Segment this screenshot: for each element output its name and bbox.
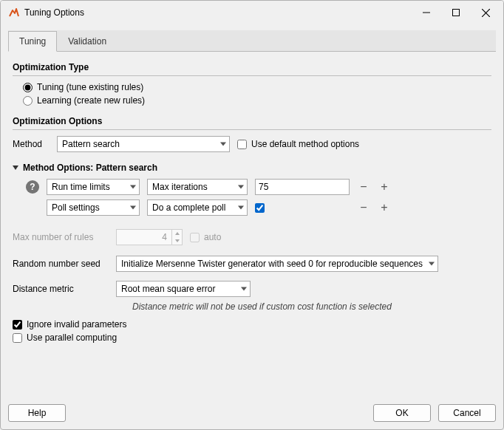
method-options-header-label: Method Options: Pattern search xyxy=(23,163,157,173)
opt-category-select-2[interactable]: Poll settings xyxy=(47,199,140,216)
method-select[interactable]: Pattern search xyxy=(57,136,230,152)
parallel-row[interactable]: Use parallel computing xyxy=(13,332,491,343)
parallel-label: Use parallel computing xyxy=(27,332,117,343)
titlebar: Tuning Options xyxy=(1,1,503,24)
use-default-checkbox[interactable] xyxy=(237,140,247,149)
radio-learning-label: Learning (create new rules) xyxy=(37,95,145,106)
distance-note: Distance metric will not be used if cust… xyxy=(132,301,491,312)
minimize-button[interactable] xyxy=(412,2,441,23)
method-select-value: Pattern search xyxy=(62,139,120,149)
max-rules-spinner: 4 xyxy=(116,229,183,245)
tabstrip: Tuning Validation xyxy=(8,30,496,52)
chevron-down-icon xyxy=(238,206,244,210)
method-label: Method xyxy=(13,139,50,149)
maximize-button[interactable] xyxy=(441,2,471,23)
radio-tuning[interactable] xyxy=(23,83,33,92)
opt-category-select-1[interactable]: Run time limits xyxy=(47,179,140,195)
dialog-footer: Help OK Cancel xyxy=(1,398,503,429)
section-optimization-type: Optimization Type xyxy=(13,62,491,72)
ignore-invalid-checkbox[interactable] xyxy=(13,320,22,330)
radio-learning[interactable] xyxy=(23,96,33,106)
help-button[interactable]: Help xyxy=(8,404,66,422)
opt-value-input-1[interactable] xyxy=(255,179,350,195)
svg-rect-1 xyxy=(453,10,460,16)
chevron-down-icon xyxy=(220,143,226,146)
spinner-down xyxy=(172,237,182,245)
chevron-down-icon xyxy=(238,185,244,189)
ignore-invalid-row[interactable]: Ignore invalid parameters xyxy=(13,319,491,330)
radio-tuning-label: Tuning (tune existing rules) xyxy=(37,82,143,92)
max-rules-label: Max number of rules xyxy=(13,232,109,242)
section-optimization-options: Optimization Options xyxy=(13,116,491,126)
add-option-button[interactable]: + xyxy=(378,180,391,194)
distance-select[interactable]: Root mean square error xyxy=(116,281,251,297)
seed-select[interactable]: Initialize Mersenne Twister generator wi… xyxy=(116,256,438,272)
remove-option-button[interactable]: − xyxy=(357,201,370,214)
cancel-button[interactable]: Cancel xyxy=(438,404,496,422)
opt-param-select-1[interactable]: Max iterations xyxy=(147,179,248,195)
tuning-options-dialog: Tuning Options Tuning Validation Optimiz… xyxy=(0,0,504,430)
divider xyxy=(13,75,491,76)
help-icon[interactable]: ? xyxy=(26,180,39,194)
window-title: Tuning Options xyxy=(24,7,412,18)
seed-label: Random number seed xyxy=(13,259,109,269)
method-options-header[interactable]: Method Options: Pattern search xyxy=(13,163,491,173)
tab-tuning[interactable]: Tuning xyxy=(8,31,57,52)
distance-label: Distance metric xyxy=(13,284,109,294)
ok-button[interactable]: OK xyxy=(373,404,431,422)
add-option-button[interactable]: + xyxy=(378,201,391,214)
max-rules-value: 4 xyxy=(117,230,171,245)
radio-learning-row[interactable]: Learning (create new rules) xyxy=(23,95,491,106)
close-button[interactable] xyxy=(471,2,500,23)
auto-checkbox xyxy=(190,233,200,242)
chevron-down-icon xyxy=(429,262,435,266)
auto-row: auto xyxy=(190,232,221,242)
chevron-down-icon xyxy=(130,185,136,189)
auto-label: auto xyxy=(204,232,221,242)
ignore-invalid-label: Ignore invalid parameters xyxy=(27,319,126,330)
opt-param-select-2[interactable]: Do a complete poll xyxy=(147,199,248,216)
remove-option-button[interactable]: − xyxy=(357,180,370,194)
tab-validation[interactable]: Validation xyxy=(57,31,118,52)
radio-tuning-row[interactable]: Tuning (tune existing rules) xyxy=(23,82,491,92)
app-logo-icon xyxy=(8,7,20,18)
opt-value-checkbox-2[interactable] xyxy=(255,203,265,213)
tab-content-tuning: Optimization Type Tuning (tune existing … xyxy=(8,52,496,394)
divider xyxy=(13,129,491,130)
chevron-down-icon xyxy=(241,287,247,291)
use-default-row[interactable]: Use default method options xyxy=(237,139,359,149)
chevron-down-icon xyxy=(130,206,136,210)
use-default-label: Use default method options xyxy=(251,139,359,149)
spinner-up xyxy=(172,230,182,237)
collapse-icon xyxy=(13,165,18,170)
parallel-checkbox[interactable] xyxy=(13,333,22,343)
client-area: Tuning Validation Optimization Type Tuni… xyxy=(1,24,503,398)
